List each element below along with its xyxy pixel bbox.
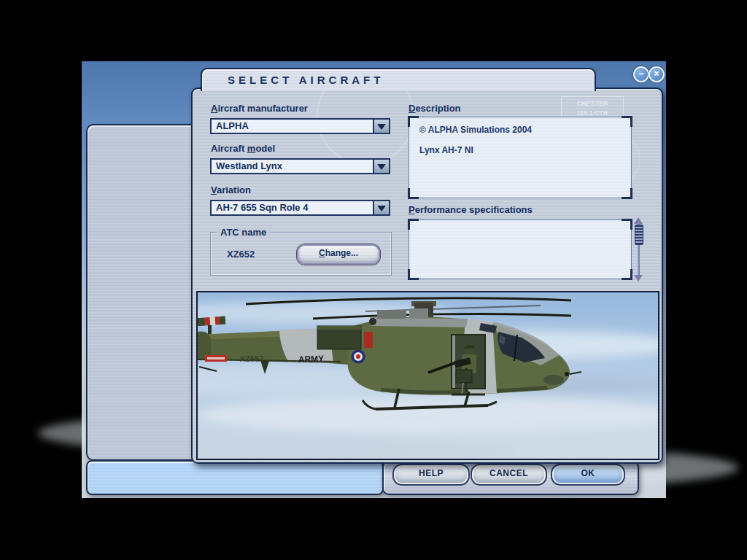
- helicopter-image: XZ652 ARMY: [198, 292, 658, 459]
- chevron-down-icon: [377, 206, 386, 211]
- description-line: Lynx AH-7 NI: [419, 145, 473, 155]
- model-label: Aircraft model: [211, 143, 275, 154]
- atc-name-group: ATC name XZ652 Change...: [210, 232, 392, 276]
- corner-bracket-icon: [622, 116, 632, 127]
- description-line: © ALPHA Simulations 2004: [419, 125, 532, 135]
- dialog-titlebar: SELECT AIRCRAFT: [201, 68, 596, 91]
- manufacturer-dropdown-button[interactable]: [373, 120, 389, 133]
- model-value: Westland Lynx: [216, 160, 282, 173]
- cancel-button[interactable]: CANCEL: [471, 464, 547, 486]
- dialog-title: SELECT AIRCRAFT: [202, 69, 595, 90]
- ok-button[interactable]: OK: [551, 464, 625, 486]
- corner-bracket-icon: [408, 219, 419, 230]
- performance-scrollbar[interactable]: [632, 217, 645, 281]
- corner-bracket-icon: [408, 269, 419, 280]
- atc-name-label: ATC name: [217, 227, 270, 238]
- variation-dropdown[interactable]: AH-7 655 Sqn Role 4: [210, 200, 390, 216]
- scroll-down-icon[interactable]: [634, 275, 643, 281]
- corner-bracket-icon: [408, 188, 419, 199]
- army-marking: ARMY: [298, 354, 325, 365]
- minimize-button[interactable]: −: [633, 66, 649, 82]
- corner-bracket-icon: [622, 219, 632, 230]
- performance-label: Performance specifications: [409, 204, 533, 215]
- aircraft-preview: XZ652 ARMY: [196, 291, 659, 460]
- scrollbar-thumb[interactable]: [635, 225, 643, 245]
- change-button[interactable]: Change...: [297, 244, 380, 265]
- manufacturer-dropdown[interactable]: ALPHA: [210, 118, 390, 134]
- corner-bracket-icon: [622, 269, 632, 280]
- corner-bracket-icon: [622, 188, 632, 199]
- chevron-down-icon: [377, 124, 386, 130]
- screen: HELP CANCEL OK CHESTER 115.1 CTR Aircraf…: [0, 0, 747, 560]
- variation-value: AH-7 655 Sqn Role 4: [216, 201, 308, 214]
- chevron-down-icon: [377, 164, 386, 170]
- variation-dropdown-button[interactable]: [373, 201, 389, 214]
- manufacturer-label: Aircraft manufacturer: [211, 103, 308, 114]
- model-dropdown[interactable]: Westland Lynx: [210, 158, 390, 174]
- close-button[interactable]: ×: [649, 66, 665, 82]
- variation-label: Variation: [211, 184, 251, 195]
- model-dropdown-button[interactable]: [373, 160, 389, 173]
- help-button[interactable]: HELP: [392, 464, 470, 486]
- select-aircraft-dialog: CHESTER 115.1 CTR Aircraft manufacturer …: [191, 88, 663, 464]
- corner-bracket-icon: [408, 116, 419, 127]
- description-box: © ALPHA Simulations 2004 Lynx AH-7 NI: [409, 117, 632, 198]
- description-label: Description: [409, 103, 461, 114]
- atc-name-value: XZ652: [227, 249, 255, 260]
- manufacturer-value: ALPHA: [216, 120, 249, 133]
- footer-bar-left: [86, 460, 384, 495]
- registration-marking: XZ652: [240, 354, 264, 363]
- performance-box: [409, 219, 632, 279]
